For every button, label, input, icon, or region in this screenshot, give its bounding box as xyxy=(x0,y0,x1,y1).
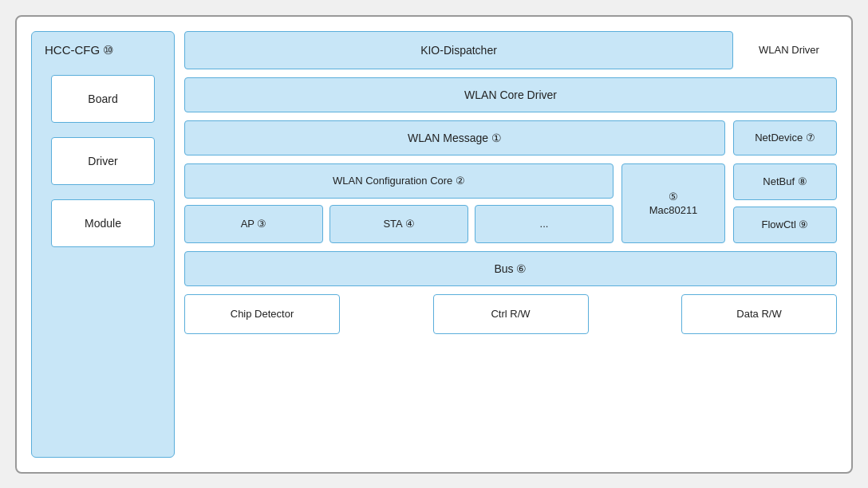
wlan-driver-label: WLAN Driver xyxy=(759,44,819,56)
bus-box: Bus ⑥ xyxy=(184,251,837,286)
bus-label: Bus ⑥ xyxy=(494,262,527,275)
dots-label: ... xyxy=(540,218,549,230)
ap-box: AP ③ xyxy=(184,205,323,243)
wlan-driver-box: WLAN Driver xyxy=(741,31,837,69)
data-rw-label: Data R/W xyxy=(736,308,781,320)
row-kio: KIO-Dispatcher WLAN Driver xyxy=(184,31,837,69)
wlan-config-core-box: WLAN Configuration Core ② xyxy=(184,163,614,199)
config-area: WLAN Configuration Core ② AP ③ STA ④ ... xyxy=(184,163,614,243)
spacer2 xyxy=(597,294,674,334)
netdevice-label: NetDevice ⑦ xyxy=(755,132,815,144)
chip-detector-box: Chip Detector xyxy=(184,294,340,334)
mac80211-num: ⑤ xyxy=(669,191,678,203)
wlan-message-label: WLAN Message ① xyxy=(408,132,502,144)
driver-label: Driver xyxy=(88,155,117,167)
main-container: HCC-CFG ⑩ Board Driver Module KIO-Dispat… xyxy=(15,15,853,474)
spacer xyxy=(348,294,425,334)
ap-label: AP ③ xyxy=(241,218,267,230)
kio-dispatcher-label: KIO-Dispatcher xyxy=(420,44,497,57)
sta-label: STA ④ xyxy=(383,218,414,230)
dots-box: ... xyxy=(475,205,614,243)
ap-sta-row: AP ③ STA ④ ... xyxy=(184,205,614,243)
wlan-message-box: WLAN Message ① xyxy=(184,120,725,155)
mac80211-box: ⑤ Mac80211 xyxy=(621,163,725,243)
module-label: Module xyxy=(85,217,121,230)
flowctl-label: FlowCtl ⑨ xyxy=(762,218,809,230)
sta-box: STA ④ xyxy=(329,205,468,243)
right-stack: NetBuf ⑧ FlowCtl ⑨ xyxy=(733,163,837,243)
chip-detector-label: Chip Detector xyxy=(231,308,294,320)
ctrl-rw-box: Ctrl R/W xyxy=(433,294,589,334)
netbuf-box: NetBuf ⑧ xyxy=(733,163,837,200)
module-box: Module xyxy=(51,199,155,247)
right-column: KIO-Dispatcher WLAN Driver WLAN Core Dri… xyxy=(184,31,837,458)
wlan-core-driver-box: WLAN Core Driver xyxy=(184,77,837,112)
data-rw-box: Data R/W xyxy=(681,294,837,334)
board-box: Board xyxy=(51,75,155,123)
mac80211-label: Mac80211 xyxy=(649,204,698,216)
driver-box: Driver xyxy=(51,137,155,185)
flowctl-box: FlowCtl ⑨ xyxy=(733,207,837,243)
board-label: Board xyxy=(88,92,117,105)
ctrl-rw-label: Ctrl R/W xyxy=(491,308,530,320)
netbuf-label: NetBuf ⑧ xyxy=(763,175,807,187)
row-wlan-msg: WLAN Message ① NetDevice ⑦ xyxy=(184,120,837,155)
row-bottom: Chip Detector Ctrl R/W Data R/W xyxy=(184,294,837,334)
hcc-cfg-label: HCC-CFG ⑩ xyxy=(45,43,113,57)
row-config: WLAN Configuration Core ② AP ③ STA ④ ...… xyxy=(184,163,837,243)
netdevice-box: NetDevice ⑦ xyxy=(733,120,837,155)
kio-dispatcher-box: KIO-Dispatcher xyxy=(184,31,733,69)
wlan-config-core-label: WLAN Configuration Core ② xyxy=(333,175,465,187)
wlan-core-driver-label: WLAN Core Driver xyxy=(464,89,557,101)
left-column: HCC-CFG ⑩ Board Driver Module xyxy=(31,31,175,458)
